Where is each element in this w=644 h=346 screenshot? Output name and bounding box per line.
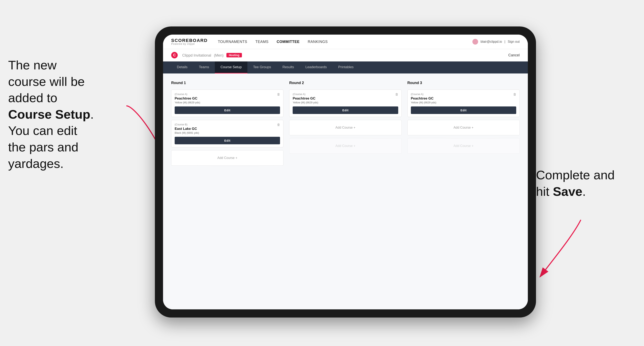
avatar — [472, 39, 478, 45]
tab-details[interactable]: Details — [171, 61, 193, 73]
annotation-left: The new course will be added to Course S… — [8, 57, 134, 172]
round-1-course-b-card: 🗑 (Course B) East Lake GC Black (M) (689… — [171, 120, 284, 147]
tab-printables[interactable]: Printables — [332, 61, 360, 73]
round-1-course-b-label: (Course B) — [175, 123, 280, 126]
annotation-line7: yardages. — [8, 157, 64, 171]
round-1-title: Round 1 — [171, 81, 284, 85]
round-2-course-a-edit-button[interactable]: Edit — [293, 106, 398, 114]
round-1-course-a-name: Peachtree GC — [175, 96, 280, 101]
annotation-line1: The new — [8, 58, 57, 72]
nav-teams[interactable]: TEAMS — [255, 40, 268, 44]
round-3-add-course-active-button[interactable]: Add Course + — [408, 120, 520, 135]
logo-title: SCOREBOARD — [171, 38, 208, 43]
round-1-course-a-card: 🗑 (Course A) Peachtree GC Yellow (M) (66… — [171, 90, 284, 117]
round-3-course-a-edit-button[interactable]: Edit — [411, 106, 516, 114]
round-1-course-b-edit-button[interactable]: Edit — [175, 137, 280, 144]
round-1-course-b-name: East Lake GC — [175, 127, 280, 131]
round-2-add-course-disabled-label: Add Course + — [336, 144, 356, 148]
main-content: Round 1 🗑 (Course A) Peachtree GC Yellow… — [163, 73, 528, 309]
round-3-course-a-delete-icon[interactable]: 🗑 — [512, 92, 517, 97]
annotation-line2: course will be — [8, 74, 85, 89]
annotation-right: Complete and hit Save. — [536, 167, 638, 200]
round-3-course-a-card: 🗑 (Course A) Peachtree GC Yellow (M) (66… — [408, 90, 520, 117]
nav-rankings[interactable]: RANKINGS — [308, 40, 328, 44]
annotation-right-bold: Save — [553, 184, 582, 198]
sub-header: C Clippd Invitational (Men) Hosting Canc… — [163, 49, 528, 61]
nav-committee[interactable]: COMMITTEE — [277, 40, 300, 44]
logo-subtitle: Powered by clippd — [171, 43, 208, 45]
tab-teams[interactable]: Teams — [193, 61, 215, 73]
round-3-title: Round 3 — [408, 81, 520, 85]
rounds-grid: Round 1 🗑 (Course A) Peachtree GC Yellow… — [171, 81, 520, 166]
annotation-right-line2: hit — [536, 184, 553, 198]
hosting-badge: Hosting — [226, 53, 242, 57]
round-1-column: Round 1 🗑 (Course A) Peachtree GC Yellow… — [171, 81, 284, 166]
user-email: blair@clippd.io — [480, 40, 502, 43]
round-3-course-a-details: Yellow (M) (6629 yds) — [411, 101, 516, 104]
tab-tee-groups[interactable]: Tee Groups — [248, 61, 277, 73]
round-3-add-course-disabled-label: Add Course + — [454, 144, 474, 148]
logo-area: SCOREBOARD Powered by clippd — [171, 38, 208, 45]
round-2-course-a-details: Yellow (M) (6629 yds) — [293, 101, 398, 104]
annotation-line4-bold: Course Setup — [8, 107, 90, 121]
top-nav: SCOREBOARD Powered by clippd TOURNAMENTS… — [163, 35, 528, 49]
tablet-frame: SCOREBOARD Powered by clippd TOURNAMENTS… — [155, 26, 536, 318]
tournament-name: Clippd Invitational (Men) — [180, 53, 224, 58]
nav-tournaments[interactable]: TOURNAMENTS — [218, 40, 247, 44]
round-1-add-course-button[interactable]: Add Course + — [171, 150, 284, 166]
annotation-right-line1: Complete and — [536, 168, 615, 182]
round-2-course-a-card: 🗑 (Course A) Peachtree GC Yellow (M) (66… — [289, 90, 402, 117]
annotation-line3: added to — [8, 91, 57, 105]
cancel-button[interactable]: Cancel — [508, 53, 520, 57]
round-1-course-b-details: Black (M) (6891 yds) — [175, 131, 280, 134]
round-2-course-a-name: Peachtree GC — [293, 96, 398, 101]
round-3-course-a-label: (Course A) — [411, 93, 516, 96]
round-3-add-course-disabled-button: Add Course + — [408, 138, 520, 154]
round-2-column: Round 2 🗑 (Course A) Peachtree GC Yellow… — [289, 81, 402, 166]
sign-out-link[interactable]: Sign out — [508, 40, 520, 43]
annotation-line4-suffix: . — [90, 107, 94, 121]
round-3-course-a-name: Peachtree GC — [411, 96, 516, 101]
round-3-add-course-active-label: Add Course + — [454, 126, 474, 130]
tab-course-setup[interactable]: Course Setup — [215, 61, 248, 73]
round-2-course-a-delete-icon[interactable]: 🗑 — [394, 92, 399, 97]
tournament-gender: (Men) — [214, 53, 224, 57]
nav-right: blair@clippd.io | Sign out — [472, 39, 520, 45]
sub-header-left: C Clippd Invitational (Men) Hosting — [171, 52, 242, 58]
tournament-name-text: Clippd Invitational — [182, 53, 211, 57]
round-1-course-a-delete-icon[interactable]: 🗑 — [276, 92, 281, 97]
tablet-screen: SCOREBOARD Powered by clippd TOURNAMENTS… — [163, 35, 528, 309]
round-1-course-a-edit-button[interactable]: Edit — [175, 106, 280, 114]
round-1-add-course-label: Add Course + — [218, 156, 238, 160]
round-1-course-b-delete-icon[interactable]: 🗑 — [276, 123, 281, 127]
brand-logo: C — [171, 52, 178, 58]
round-2-add-course-disabled-button: Add Course + — [289, 138, 402, 154]
nav-separator: | — [504, 40, 505, 43]
annotation-line6: the pars and — [8, 140, 78, 154]
tabs-bar: Details Teams Course Setup Tee Groups Re… — [163, 61, 528, 73]
annotation-right-suffix: . — [582, 184, 586, 198]
round-1-course-a-details: Yellow (M) (6629 yds) — [175, 101, 280, 104]
annotation-line5: You can edit — [8, 124, 77, 138]
round-2-title: Round 2 — [289, 81, 402, 85]
tab-leaderboards[interactable]: Leaderboards — [300, 61, 332, 73]
tab-results[interactable]: Results — [277, 61, 300, 73]
round-2-course-a-label: (Course A) — [293, 93, 398, 96]
nav-links: TOURNAMENTS TEAMS COMMITTEE RANKINGS — [218, 40, 462, 44]
round-2-add-course-active-label: Add Course + — [336, 126, 356, 130]
round-1-course-a-label: (Course A) — [175, 93, 280, 96]
round-3-column: Round 3 🗑 (Course A) Peachtree GC Yellow… — [408, 81, 520, 166]
round-2-add-course-active-button[interactable]: Add Course + — [289, 120, 402, 135]
